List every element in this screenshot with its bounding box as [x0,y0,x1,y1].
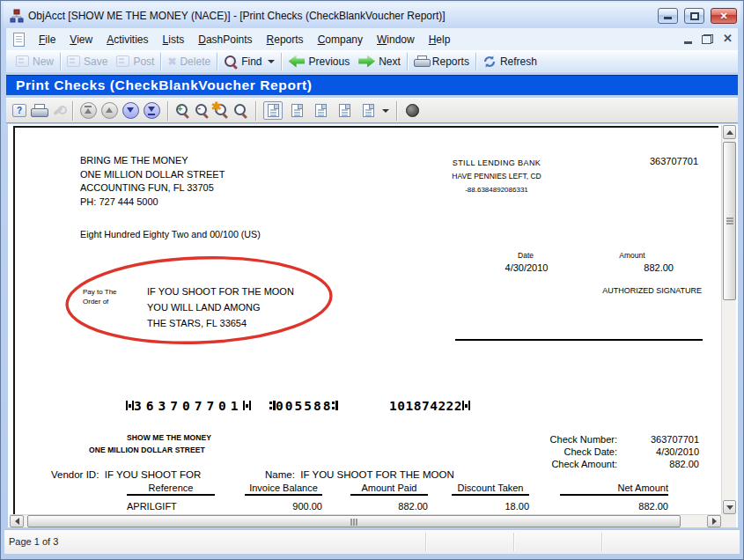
micr-transit-symbol [462,401,470,410]
menu-dashpoints[interactable]: DashPoints [191,31,259,48]
status-bar: Page 1 of 3 [4,529,740,554]
export-settings-icon[interactable] [51,104,65,117]
mdi-close-icon[interactable]: ✕ [723,33,733,45]
cell-discount-taken: 18.00 [452,501,529,512]
toolbar-separator [167,101,168,121]
scroll-right-button[interactable] [707,515,721,527]
print-icon[interactable] [31,104,47,117]
toolbar-separator [475,53,476,70]
mdi-minimize-icon[interactable] [684,41,692,44]
scroll-down-button[interactable] [723,500,736,514]
horizontal-scrollbar[interactable] [10,514,721,527]
report-title: Print Checks (CheckBlankVoucher Report) [6,77,313,93]
minimize-button[interactable] [658,8,678,24]
page-layout-4-button[interactable] [335,101,354,120]
first-page-icon [85,106,92,107]
maximize-button[interactable] [684,8,704,24]
column-header-invoice-balance: Invoice Balance [245,483,322,496]
page-layout-2-button[interactable] [287,101,306,120]
amount-value: 882.00 [586,262,674,273]
payer-address: BRING ME THE MONEY ONE MILLION DOLLAR ST… [80,154,225,209]
scrollbar-corner [721,514,736,527]
last-page-button[interactable] [144,102,160,119]
scroll-left-icon [15,518,19,525]
save-icon [67,55,80,67]
reports-icon [414,55,429,68]
previous-page-button[interactable] [101,102,118,119]
zoom-out-icon[interactable]: - [195,103,210,118]
delete-icon: ✖ [167,56,176,67]
menu-help[interactable]: Help [422,31,458,48]
close-button[interactable]: ✕ [711,8,737,24]
micr-onus-symbol [332,401,338,410]
menu-view[interactable]: View [63,31,99,48]
page-layout-1-button[interactable] [263,101,283,120]
horizontal-scroll-thumb[interactable] [27,515,681,527]
menu-reports[interactable]: Reports [260,31,311,48]
thumb-grip [350,519,352,526]
thumb-grip [726,217,733,219]
column-header-discount-taken: Discount Taken [452,483,529,496]
next-page-icon [127,107,134,113]
page-layout-5-button[interactable] [358,101,378,120]
vendor-name-line: Name: IF YOU SHOOT FOR THE MOON [265,469,454,480]
menu-activities[interactable]: Activities [99,31,155,48]
save-button[interactable]: Save [63,52,112,71]
delete-button[interactable]: ✖Delete [163,52,215,71]
next-page-button[interactable] [122,102,139,119]
date-label: Date [490,251,561,260]
first-page-button[interactable] [80,102,97,119]
cell-net-amount: 882.00 [560,501,668,512]
previous-button[interactable]: Previous [284,52,354,71]
scroll-down-icon [726,505,733,510]
scroll-up-button[interactable] [723,125,736,139]
menu-bar: File View Activities Lists DashPoints Re… [6,28,738,50]
minimize-icon [664,17,672,19]
menu-window[interactable]: Window [370,31,422,48]
search-magic-icon[interactable]: ✱ [214,103,229,118]
vertical-scrollbar[interactable] [721,125,736,514]
cell-reference: APRILGIFT [127,501,215,512]
menu-lists[interactable]: Lists [156,31,192,48]
zoom-icon[interactable] [233,103,248,118]
vertical-scroll-thumb[interactable] [723,142,736,300]
stub-company-name: SHOW ME THE MONEY [116,433,222,442]
layout-dropdown-arrow[interactable] [382,109,389,113]
toolbar-separator [72,101,73,121]
report-header-bar: Print Checks (CheckBlankVoucher Report) [6,75,738,95]
find-dropdown-arrow[interactable] [268,60,275,63]
menu-file[interactable]: File [32,31,63,48]
new-button[interactable]: New [11,52,58,71]
micr-transit-symbol [243,401,251,410]
column-header-amount-paid: Amount Paid [350,483,428,496]
page-layout-3-button[interactable] [311,101,330,120]
scroll-left-button[interactable] [10,515,24,527]
mdi-restore-icon[interactable] [702,34,713,44]
find-button[interactable]: Find [219,52,279,71]
statusbar-separator [601,533,602,551]
new-icon [16,55,29,67]
stop-icon[interactable] [406,104,419,117]
amount-in-words: Eight Hundred Eighty Two and 00/100 (US) [80,229,261,239]
toolbar-separator [281,53,282,70]
red-circle-annotation [63,254,338,348]
app-icon [10,9,24,23]
menu-company[interactable]: Company [311,31,370,48]
page-indicator: Page 1 of 3 [9,536,58,547]
post-button[interactable]: Post [112,52,158,71]
column-header-net-amount: Net Amount [560,483,668,496]
close-icon: ✕ [711,9,736,23]
refresh-button[interactable]: Refresh [478,52,541,71]
help-icon[interactable]: ? [12,104,26,117]
next-button[interactable]: Next [354,52,405,71]
reports-button[interactable]: Reports [409,52,474,71]
report-toolbar: ? + - ✱ [6,98,738,123]
zoom-in-icon[interactable]: + [175,103,190,118]
toolbar: New Save Post ✖Delete Find Previous Next… [6,50,738,73]
window-title: ObjAcct [SHOW ME THE MONEY (NACE)] - [Pr… [28,10,446,22]
refresh-icon [482,55,497,69]
maximize-icon [690,12,699,20]
column-header-reference: Reference [127,483,215,496]
document-icon[interactable] [13,33,25,47]
post-icon [116,55,129,67]
